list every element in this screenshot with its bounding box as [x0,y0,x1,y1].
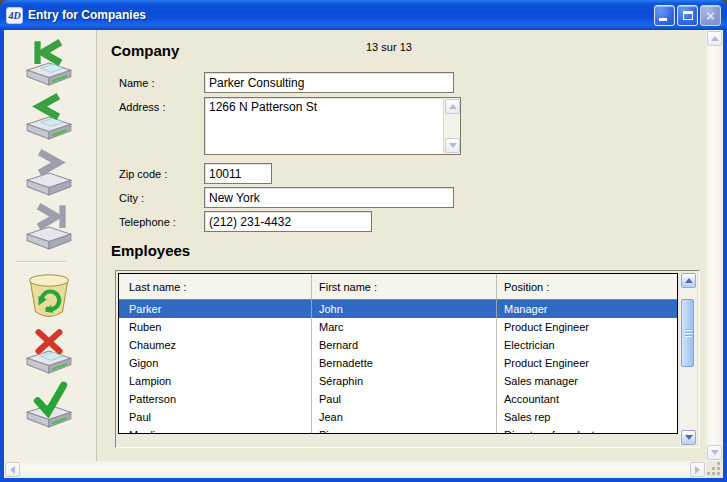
toolbar-separator [16,261,66,263]
minimize-button[interactable] [654,5,675,26]
city-input[interactable] [204,187,454,208]
cancel-record-button[interactable] [24,326,74,376]
table-row[interactable]: LampionSéraphinSales manager [119,372,677,390]
cell-last-name: Ruben [119,321,311,333]
city-label: City : [119,192,144,204]
title-bar[interactable]: 4D Entry for Companies × [0,0,727,30]
cell-last-name: Moulin [119,429,311,434]
cell-position: Sales rep [496,411,677,423]
close-icon: × [701,6,720,25]
table-row[interactable]: RubenMarcProduct Engineer [119,318,677,336]
resize-grip[interactable] [706,461,723,478]
cell-first-name: Paul [311,393,496,405]
first-record-button[interactable] [24,38,74,88]
cell-last-name: Lampion [119,375,311,387]
cell-position: Product Engineer [496,321,677,333]
window-scroll-right-button[interactable] [690,462,705,477]
minimize-icon [659,18,667,21]
telephone-input[interactable] [204,211,372,232]
cell-first-name: Marc [311,321,496,333]
window-scroll-down-button[interactable] [707,445,722,460]
address-scroll-down-button[interactable] [445,138,460,153]
cell-last-name: Parker [119,303,311,315]
first-record-icon [24,38,74,88]
table-scrollbar-thumb[interactable] [681,299,694,367]
accept-record-button[interactable] [24,380,74,430]
cell-last-name: Chaumez [119,339,311,351]
record-toolbar [4,30,97,461]
cell-position: Product Engineer [496,357,677,369]
previous-record-icon [24,92,74,142]
employees-table-header: Last name : First name : Position : [119,274,677,300]
address-value: 1266 N Patterson St [209,100,440,114]
close-button[interactable]: × [700,5,721,26]
column-header-last-name[interactable]: Last name : [119,281,311,293]
telephone-label: Telephone : [119,216,176,228]
scroll-up-icon [449,104,457,109]
cell-first-name: Bernadette [311,357,496,369]
window-client-area: Company 13 sur 13 Name : Address : 1266 … [4,30,723,478]
table-scroll-up-button[interactable] [681,273,696,288]
window-scroll-left-button[interactable] [5,462,20,477]
name-input[interactable] [204,72,454,93]
cell-position: Electrician [496,339,677,351]
table-scrollbar[interactable] [680,273,697,445]
scroll-down-icon [711,450,719,455]
column-header-first-name[interactable]: First name : [311,281,496,293]
company-section-title: Company [111,42,179,59]
zipcode-input[interactable] [204,163,272,184]
window-horizontal-scrollbar[interactable] [4,461,706,478]
zipcode-label: Zip code : [119,168,167,180]
table-row[interactable]: ChaumezBernardElectrician [119,336,677,354]
record-counter: 13 sur 13 [366,41,412,53]
cell-first-name: Bernard [311,339,496,351]
column-divider [496,274,497,433]
address-scroll-up-button[interactable] [445,99,460,114]
table-row[interactable]: ParkerJohnManager [119,300,677,318]
next-record-button[interactable] [24,148,74,198]
column-header-position[interactable]: Position : [496,281,677,293]
cancel-cross-icon [24,326,74,376]
employees-table-content[interactable]: Last name : First name : Position : Park… [118,273,678,434]
maximize-icon [683,11,693,20]
4d-app-icon: 4D [6,7,23,24]
cell-position: Director of product [496,429,677,434]
scroll-down-icon [449,143,457,148]
name-label: Name : [119,77,154,89]
scroll-down-icon [685,435,693,440]
scroll-left-icon [10,466,15,474]
table-scroll-down-button[interactable] [681,430,696,445]
table-row[interactable]: MoulinPierreDirector of product [119,426,677,434]
cell-position: Sales manager [496,375,677,387]
delete-record-button[interactable] [24,270,74,320]
cell-first-name: Pierre [311,429,496,434]
table-row[interactable]: GigonBernadetteProduct Engineer [119,354,677,372]
app-window: 4D Entry for Companies × [0,0,727,482]
column-divider [311,274,312,433]
window-vertical-scrollbar[interactable] [706,30,723,461]
employees-table: Last name : First name : Position : Park… [115,270,700,448]
window-scroll-up-button[interactable] [707,31,722,46]
address-scrollbar[interactable] [443,98,460,154]
employees-section-title: Employees [111,242,190,259]
last-record-icon [24,202,74,252]
table-row[interactable]: PattersonPaulAccountant [119,390,677,408]
accept-check-icon [24,380,74,430]
last-record-button[interactable] [24,202,74,252]
table-row[interactable]: PaulJeanSales rep [119,408,677,426]
trash-recycle-icon [24,270,74,320]
maximize-button[interactable] [677,5,698,26]
employees-table-body: ParkerJohnManagerRubenMarcProduct Engine… [119,300,677,434]
scroll-up-icon [711,36,719,41]
previous-record-button[interactable] [24,92,74,142]
scroll-up-icon [685,278,693,283]
cell-last-name: Gigon [119,357,311,369]
cell-position: Accountant [496,393,677,405]
cell-last-name: Paul [119,411,311,423]
cell-position: Manager [496,303,677,315]
next-record-icon [24,148,74,198]
cell-first-name: Jean [311,411,496,423]
address-field[interactable]: 1266 N Patterson St [204,97,461,155]
form-area: Company 13 sur 13 Name : Address : 1266 … [98,30,706,461]
address-label: Address : [119,101,165,113]
